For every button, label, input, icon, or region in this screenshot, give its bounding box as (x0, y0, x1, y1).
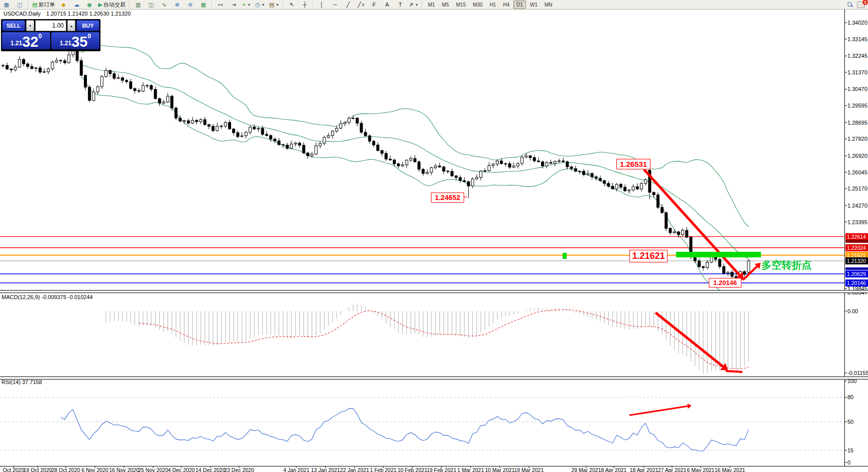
candle-body (591, 173, 593, 177)
candle-body (282, 145, 284, 145)
candle-body (381, 150, 383, 153)
candle-body (546, 162, 548, 166)
candle-body (88, 87, 91, 100)
price-annotation-1.21621[interactable]: 1.21621 (629, 250, 668, 262)
candle-body (323, 137, 325, 143)
time-axis-label: 4 Dec 2020 (168, 467, 195, 472)
chart-canvas[interactable] (0, 0, 868, 472)
candle-body (332, 131, 334, 136)
candle-body (731, 272, 733, 276)
candle-body (665, 213, 668, 228)
candle-body (150, 85, 153, 89)
candle-body (175, 108, 177, 118)
chart-title: USDCAD,Daily 1.20715 1.21420 1.20530 1.2… (4, 11, 131, 17)
candle-body (261, 128, 264, 134)
drawn-arrow-line[interactable] (726, 371, 742, 372)
support-highlight-bar[interactable] (676, 252, 761, 257)
drawn-arrow-line[interactable] (656, 313, 723, 366)
one-click-trading-panel: SELL ▼ ▲ BUY 1.21 32 0 1.21 35 0 (1, 19, 100, 51)
candle-body (467, 181, 470, 186)
candle-body (508, 164, 511, 167)
candle-body (59, 60, 62, 61)
price-annotation-1.20146[interactable]: 1.20146 (709, 278, 741, 288)
candle-body (541, 162, 544, 166)
ask-price-display[interactable]: 1.21 35 0 (51, 32, 99, 49)
candle-body (187, 121, 190, 123)
candle-body (229, 123, 231, 129)
candle-body (706, 262, 709, 268)
price-axis-label: 1.31370 (847, 69, 867, 75)
candle-body (39, 68, 41, 72)
candle-body (327, 136, 330, 137)
candle-body (607, 183, 610, 186)
candle-body (698, 261, 700, 267)
candle-body (373, 141, 375, 145)
price-annotation-1.26531[interactable]: 1.26531 (616, 159, 650, 169)
rsi-axis-label: 50 (847, 419, 853, 425)
price-tag-1.21320: 1.21320 (845, 257, 868, 264)
buy-button[interactable]: BUY (76, 20, 99, 31)
candle-body (14, 67, 17, 70)
candle-body (117, 78, 120, 78)
candle-body (459, 177, 462, 180)
candle-body (237, 133, 239, 137)
candle-body (274, 139, 276, 141)
candle-body (550, 162, 552, 163)
rsi-pane-separator[interactable] (0, 376, 868, 380)
candle-body (673, 232, 676, 233)
highlight-square[interactable] (563, 253, 567, 259)
time-axis-label: 1 Mar 2021 (457, 467, 484, 472)
candle-body (352, 118, 355, 119)
candle-body (31, 66, 33, 68)
candle-body (35, 68, 37, 68)
candle-body (245, 132, 247, 136)
time-axis-label: 16 Nov 2020 (109, 467, 139, 472)
candle-body (644, 179, 647, 183)
candle-body (599, 178, 602, 180)
price-tag-1.22024: 1.22024 (845, 244, 868, 251)
candle-body (488, 165, 490, 170)
candle-body (105, 70, 107, 76)
candle-body (702, 267, 705, 268)
price-tag-1.20629: 1.20629 (845, 270, 868, 277)
candle-body (397, 164, 400, 166)
candle-body (290, 144, 293, 149)
time-axis-label: 6 Nov 2020 (81, 467, 108, 472)
price-tag-1.22614: 1.22614 (845, 233, 868, 240)
candle-body (414, 158, 416, 162)
drawn-arrow-line[interactable] (629, 406, 688, 415)
time-axis-label: 25 Nov 2020 (138, 467, 168, 472)
turning-point-annotation[interactable]: 多空转折点 (762, 258, 812, 272)
candle-body (447, 171, 449, 172)
time-axis-label: 14 Dec 2020 (195, 467, 226, 472)
candle-body (521, 157, 523, 164)
candle-body (401, 165, 404, 166)
price-annotation-1.24652[interactable]: 1.24652 (431, 193, 464, 203)
candle-body (253, 127, 256, 129)
candle-body (212, 126, 214, 131)
candle-body (6, 65, 9, 69)
candle-body (484, 171, 486, 171)
candle-body (439, 166, 441, 167)
bid-price-sup: 0 (38, 33, 42, 40)
candle-body (183, 121, 185, 121)
ask-price-big: 35 (71, 35, 87, 48)
bid-price-display[interactable]: 1.21 32 0 (2, 32, 50, 49)
candle-body (747, 261, 750, 272)
macd-pane-separator[interactable] (0, 290, 868, 293)
candle-body (727, 272, 729, 273)
candle-body (405, 160, 408, 165)
sell-button[interactable]: SELL (2, 20, 25, 31)
candle-body (340, 124, 342, 128)
candle-body (336, 128, 338, 131)
lot-decrease-button[interactable]: ▼ (26, 20, 34, 31)
candle-body (632, 186, 634, 190)
candle-body (579, 171, 581, 172)
candle-body (471, 179, 474, 186)
candle-body (529, 156, 531, 158)
lot-increase-button[interactable]: ▲ (67, 20, 75, 31)
lot-size-input[interactable] (35, 20, 66, 31)
price-axis-label: 1.25170 (847, 185, 867, 192)
rsi-axis-label: 0 (847, 459, 850, 465)
candle-body (611, 186, 614, 188)
